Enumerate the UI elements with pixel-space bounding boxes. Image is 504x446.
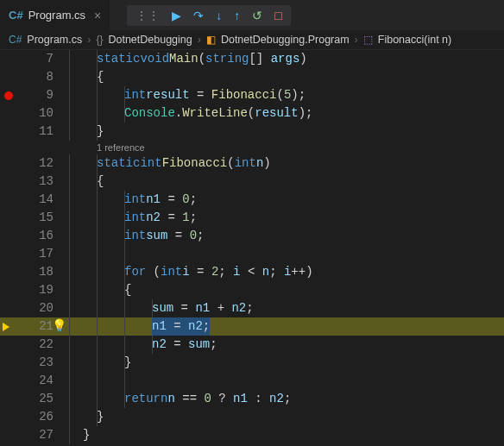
code-line: int sum = 0;: [69, 227, 504, 245]
code-line: for (int i = 2; i < n; i++): [69, 263, 504, 281]
line-number: 12: [17, 154, 69, 173]
restart-button[interactable]: ↺: [252, 9, 262, 22]
code-area[interactable]: static void Main(string[] args) { int re…: [69, 50, 504, 446]
line-number: 8: [17, 68, 69, 86]
breadcrumb-file[interactable]: Program.cs: [27, 34, 82, 46]
line-number: 19: [17, 281, 69, 299]
step-out-button[interactable]: ↑: [234, 9, 240, 22]
drag-handle-icon[interactable]: ⋮⋮: [135, 9, 160, 22]
code-line: static void Main(string[] args): [69, 50, 504, 68]
step-over-button[interactable]: ↷: [193, 9, 204, 22]
close-icon[interactable]: ×: [94, 9, 101, 22]
line-number: 15: [17, 209, 69, 227]
line-number: 22: [17, 336, 69, 354]
code-line: }: [69, 426, 504, 444]
code-line: [69, 372, 504, 390]
line-number: 20: [17, 299, 69, 317]
line-number: 27: [17, 426, 69, 444]
lightbulb-icon[interactable]: 💡: [52, 317, 66, 336]
code-line: int result = Fibonacci(5);: [69, 86, 504, 104]
breadcrumb-method[interactable]: Fibonacci(int n): [378, 34, 451, 46]
codelens-references[interactable]: 1 reference: [69, 141, 504, 154]
csharp-file-icon: C#: [9, 34, 22, 46]
chevron-right-icon: ›: [87, 34, 91, 46]
breadcrumb-namespace[interactable]: DotnetDebugging: [108, 34, 192, 46]
line-number: 14: [17, 191, 69, 209]
code-line: n2 = sum;: [69, 336, 504, 354]
tab-label: Program.cs: [28, 9, 85, 22]
chevron-right-icon: ›: [198, 34, 201, 46]
code-line: }: [69, 122, 504, 141]
tab-program-cs[interactable]: C# Program.cs ×: [0, 0, 110, 30]
line-number: 25: [17, 390, 69, 408]
line-number-gutter: 7 8 9 10 11 12 13 14 15 16 17 18 19 20 2…: [17, 50, 69, 446]
method-icon: ⬚: [363, 34, 373, 46]
code-editor[interactable]: 7 8 9 10 11 12 13 14 15 16 17 18 19 20 2…: [0, 50, 504, 446]
code-line-current: 💡n1 = n2;: [69, 317, 504, 336]
line-number: 23: [17, 354, 69, 372]
code-line: }: [69, 408, 504, 426]
line-number: 18: [17, 263, 69, 281]
namespace-icon: {}: [96, 34, 103, 46]
code-line: return n == 0 ? n1 : n2;: [69, 390, 504, 408]
code-line: static int Fibonacci(int n): [69, 154, 504, 173]
line-number: 24: [17, 372, 69, 390]
line-number: 10: [17, 104, 69, 122]
tab-bar: C# Program.cs × ⋮⋮ ▶ ↷ ↓ ↑ ↺ □: [0, 0, 504, 30]
glyph-margin: [0, 50, 17, 446]
line-number: 26: [17, 408, 69, 426]
line-number: 17: [17, 245, 69, 263]
code-line: {: [69, 68, 504, 86]
breadcrumb: C# Program.cs › {} DotnetDebugging › ◧ D…: [0, 30, 504, 50]
line-number: 16: [17, 227, 69, 245]
line-number: 11: [17, 122, 69, 141]
csharp-file-icon: C#: [9, 9, 23, 22]
code-line: {: [69, 281, 504, 299]
code-line: [69, 245, 504, 263]
code-line: }: [69, 354, 504, 372]
chevron-right-icon: ›: [355, 34, 358, 46]
step-into-button[interactable]: ↓: [216, 9, 222, 22]
debug-toolbar: ⋮⋮ ▶ ↷ ↓ ↑ ↺ □: [127, 5, 290, 26]
code-line: Console.WriteLine(result);: [69, 104, 504, 122]
line-number: 13: [17, 173, 69, 191]
class-icon: ◧: [206, 34, 216, 46]
line-number: 7: [17, 50, 69, 68]
code-line: int n2 = 1;: [69, 209, 504, 227]
code-line: {: [69, 173, 504, 191]
breadcrumb-class[interactable]: DotnetDebugging.Program: [221, 34, 350, 46]
stop-button[interactable]: □: [274, 9, 281, 22]
code-line: sum = n1 + n2;: [69, 299, 504, 317]
line-number: 9: [17, 86, 69, 104]
breakpoint-icon[interactable]: [4, 91, 13, 100]
line-number: [17, 141, 69, 154]
continue-button[interactable]: ▶: [172, 9, 181, 22]
execution-pointer-icon: [3, 323, 9, 331]
code-line: int n1 = 0;: [69, 191, 504, 209]
